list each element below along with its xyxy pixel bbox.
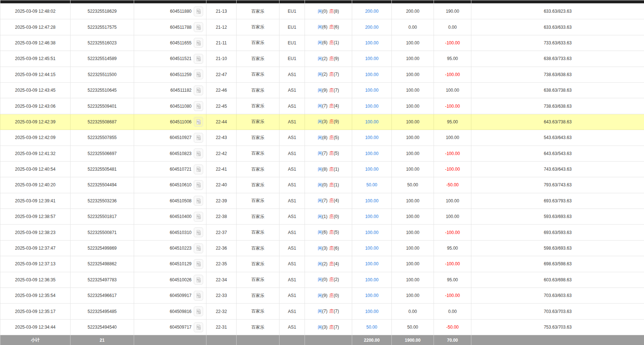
video-replay-button[interactable] xyxy=(194,133,203,143)
player-points: (9) xyxy=(322,88,327,93)
table-row[interactable]: 2025-03-09 12:47:28 522325517575 6045117… xyxy=(0,19,644,35)
banker-points: (5) xyxy=(334,230,339,235)
balance-before-after: 753.63/703.63 xyxy=(471,319,644,335)
video-replay-button[interactable] xyxy=(194,259,203,269)
balance-before-after: 738.63/638.63 xyxy=(471,98,644,114)
round-cell: 604510026 xyxy=(134,272,206,288)
winloss-amount: -100.00 xyxy=(434,35,471,51)
video-replay-button[interactable] xyxy=(194,196,203,206)
bet-amount-link[interactable]: 200.00 xyxy=(365,9,379,14)
round-id: 604510508 xyxy=(170,198,192,203)
bet-amount-cell: 100.00 xyxy=(352,256,392,272)
winloss-amount: 95.00 xyxy=(434,240,471,256)
table-row[interactable]: 2025-03-09 12:38:57 522325501817 6045104… xyxy=(0,209,644,225)
video-replay-button[interactable] xyxy=(194,306,203,316)
bet-amount-link[interactable]: 100.00 xyxy=(365,167,379,172)
video-replay-button[interactable] xyxy=(194,22,203,32)
video-replay-button[interactable] xyxy=(194,148,203,158)
platform-code: AS1 xyxy=(279,319,305,335)
video-replay-button[interactable] xyxy=(194,117,203,127)
table-row[interactable]: 2025-03-09 12:37:13 522325498862 6045101… xyxy=(0,256,644,272)
player-points: (6) xyxy=(322,40,327,45)
video-replay-button[interactable] xyxy=(194,101,203,111)
table-row[interactable]: 2025-03-09 12:46:38 522325516023 6045116… xyxy=(0,35,644,51)
bet-amount-cell: 100.00 xyxy=(352,35,392,51)
bet-time: 2025-03-09 12:34:44 xyxy=(0,319,71,335)
table-row[interactable]: 2025-03-09 12:35:17 522325495485 6045098… xyxy=(0,304,644,319)
video-replay-button[interactable] xyxy=(194,291,203,301)
bet-id: 522325501817 xyxy=(71,209,134,225)
bet-amount-link[interactable]: 200.00 xyxy=(365,25,379,30)
table-row[interactable]: 2025-03-09 12:43:45 522325510645 6045111… xyxy=(0,82,644,98)
bet-id: 522325503236 xyxy=(71,193,134,209)
table-row[interactable]: 2025-03-09 12:35:54 522325496617 6045099… xyxy=(0,288,644,304)
table-row[interactable]: 2025-03-09 12:42:09 522325507855 6045109… xyxy=(0,130,644,146)
table-row[interactable]: 2025-03-09 12:34:44 522325494540 6045097… xyxy=(0,319,644,335)
bet-amount-link[interactable]: 100.00 xyxy=(365,277,379,282)
bet-amount-link[interactable]: 100.00 xyxy=(365,88,379,93)
bet-amount-link[interactable]: 100.00 xyxy=(365,104,379,109)
video-replay-button[interactable] xyxy=(194,322,203,332)
banker-result-label: 庄 xyxy=(329,167,334,172)
bet-amount-link[interactable]: 100.00 xyxy=(365,293,379,298)
bet-amount-link[interactable]: 100.00 xyxy=(365,246,379,251)
video-replay-button[interactable] xyxy=(194,86,203,95)
banker-result-label: 庄 xyxy=(329,261,334,266)
video-replay-button[interactable] xyxy=(194,227,203,237)
bet-amount-link[interactable]: 100.00 xyxy=(365,261,379,266)
table-row[interactable]: 2025-03-09 12:43:06 522325509401 6045110… xyxy=(0,98,644,114)
table-row[interactable]: 2025-03-09 12:42:39 522325508687 6045110… xyxy=(0,114,644,130)
bet-amount-link[interactable]: 100.00 xyxy=(365,198,379,203)
platform-code: AS1 xyxy=(279,98,305,114)
video-replay-button[interactable] xyxy=(194,180,203,190)
banker-result-label: 庄 xyxy=(329,198,334,203)
video-replay-button[interactable] xyxy=(194,164,203,174)
bet-amount-link[interactable]: 50.00 xyxy=(366,325,377,330)
bet-time: 2025-03-09 12:37:47 xyxy=(0,240,71,256)
banker-points: (1) xyxy=(334,167,339,172)
video-replay-button[interactable] xyxy=(194,54,203,64)
video-replay-button[interactable] xyxy=(194,38,203,48)
bet-amount-link[interactable]: 100.00 xyxy=(365,151,379,156)
video-replay-button[interactable] xyxy=(194,70,203,79)
table-row[interactable]: 2025-03-09 12:37:47 522325499869 6045102… xyxy=(0,240,644,256)
bet-amount-link[interactable]: 100.00 xyxy=(365,230,379,235)
table-row[interactable]: 2025-03-09 12:44:15 522325511500 6045112… xyxy=(0,67,644,82)
player-result-label: 闲 xyxy=(318,72,322,77)
bet-id: 522325507855 xyxy=(71,130,134,146)
bet-amount-link[interactable]: 100.00 xyxy=(365,214,379,219)
round-id: 604510400 xyxy=(170,214,192,219)
bet-amount-link[interactable]: 100.00 xyxy=(365,56,379,61)
player-result-label: 闲 xyxy=(318,119,322,124)
player-points: (3) xyxy=(322,325,327,330)
bet-amount-link[interactable]: 50.00 xyxy=(366,182,377,187)
table-row[interactable]: 2025-03-09 12:40:20 522325504494 6045106… xyxy=(0,177,644,193)
winloss-amount: -100.00 xyxy=(434,225,471,240)
video-replay-button[interactable] xyxy=(194,243,203,253)
bet-time: 2025-03-09 12:46:38 xyxy=(0,35,71,51)
winloss-amount: 95.00 xyxy=(434,114,471,130)
player-points: (6) xyxy=(322,230,327,235)
table-row[interactable]: 2025-03-09 12:48:02 522325518629 6045118… xyxy=(0,4,644,19)
table-row[interactable]: 2025-03-09 12:39:41 522325503236 6045105… xyxy=(0,193,644,209)
table-row[interactable]: 2025-03-09 12:45:51 522325514589 6045115… xyxy=(0,51,644,67)
player-result-label: 闲 xyxy=(318,24,322,29)
bet-amount-link[interactable]: 100.00 xyxy=(365,309,379,314)
table-row[interactable]: 2025-03-09 12:38:23 522325500871 6045103… xyxy=(0,225,644,240)
round-cell: 604510310 xyxy=(134,225,206,240)
player-result-label: 闲 xyxy=(318,230,322,235)
table-round-number: 22-40 xyxy=(206,177,237,193)
winloss-amount: -100.00 xyxy=(434,67,471,82)
table-row[interactable]: 2025-03-09 12:41:32 522325506697 6045108… xyxy=(0,146,644,161)
platform-code: AS1 xyxy=(279,288,305,304)
bet-amount-link[interactable]: 100.00 xyxy=(365,135,379,140)
game-result: 闲(6)庄(5) xyxy=(305,225,352,240)
video-replay-button[interactable] xyxy=(194,7,203,16)
bet-amount-link[interactable]: 100.00 xyxy=(365,119,379,124)
bet-amount-link[interactable]: 100.00 xyxy=(365,72,379,77)
video-replay-button[interactable] xyxy=(194,275,203,285)
bet-amount-link[interactable]: 100.00 xyxy=(365,40,379,45)
video-replay-button[interactable] xyxy=(194,212,203,222)
table-row[interactable]: 2025-03-09 12:36:35 522325497783 6045100… xyxy=(0,272,644,288)
table-row[interactable]: 2025-03-09 12:40:54 522325505481 6045107… xyxy=(0,161,644,177)
